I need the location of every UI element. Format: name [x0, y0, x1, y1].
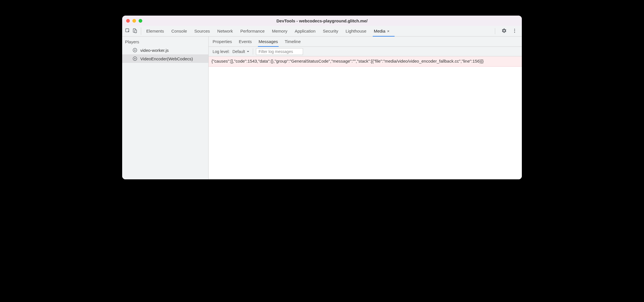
log-level-select[interactable]: Default	[232, 48, 253, 55]
play-icon	[132, 56, 137, 61]
close-tab-icon[interactable]: ×	[387, 29, 390, 33]
subtab-properties[interactable]: Properties	[213, 37, 232, 46]
filter-row: Log level: Default	[209, 47, 522, 56]
tab-lighthouse[interactable]: Lighthouse	[346, 26, 366, 36]
close-window-button[interactable]	[126, 19, 130, 23]
window-controls	[122, 19, 142, 23]
more-menu-icon[interactable]	[512, 28, 517, 34]
player-label: VideoEncoder(WebCodecs)	[140, 56, 193, 61]
players-heading: Players	[122, 37, 208, 46]
device-toolbar-icon[interactable]	[132, 28, 137, 34]
window-title: DevTools - webcodecs-playground.glitch.m…	[122, 18, 522, 23]
svg-point-5	[514, 32, 515, 33]
toolbar-right	[495, 27, 522, 35]
tab-sources[interactable]: Sources	[194, 26, 210, 36]
log-level-label: Log level:	[213, 49, 230, 54]
players-sidebar: Players video-worker.jsVideoEncoder(WebC…	[122, 37, 209, 179]
settings-icon[interactable]	[501, 28, 507, 34]
player-item[interactable]: VideoEncoder(WebCodecs)	[122, 54, 208, 63]
log-level-value: Default	[232, 49, 245, 54]
tab-elements[interactable]: Elements	[146, 26, 164, 36]
players-list: video-worker.jsVideoEncoder(WebCodecs)	[122, 46, 208, 63]
player-item[interactable]: video-worker.js	[122, 46, 208, 54]
tab-performance[interactable]: Performance	[240, 26, 265, 36]
play-icon	[132, 48, 137, 53]
tab-network[interactable]: Network	[217, 26, 233, 36]
filter-input[interactable]	[256, 48, 303, 55]
svg-point-4	[514, 30, 515, 31]
subtab-events[interactable]: Events	[239, 37, 252, 46]
messages-list: {"causes":[],"code":1543,"data":{},"grou…	[209, 56, 522, 179]
tab-application[interactable]: Application	[295, 26, 315, 36]
svg-rect-2	[135, 30, 137, 33]
tab-security[interactable]: Security	[323, 26, 338, 36]
svg-point-3	[514, 29, 515, 29]
tab-media[interactable]: Media×	[374, 26, 390, 36]
tab-console[interactable]: Console	[171, 26, 187, 36]
subtab-messages[interactable]: Messages	[259, 37, 278, 46]
maximize-window-button[interactable]	[139, 19, 142, 23]
chevron-down-icon	[247, 49, 249, 54]
media-panel: PropertiesEventsMessagesTimeline Log lev…	[209, 37, 522, 179]
devtools-window: DevTools - webcodecs-playground.glitch.m…	[122, 16, 522, 179]
toolbar-left	[125, 27, 141, 35]
media-sub-tabs: PropertiesEventsMessagesTimeline	[209, 37, 522, 47]
main-tabs: ElementsConsoleSourcesNetworkPerformance…	[146, 26, 389, 36]
body: Players video-worker.jsVideoEncoder(WebC…	[122, 37, 522, 179]
divider	[495, 28, 495, 34]
log-message[interactable]: {"causes":[],"code":1543,"data":{},"grou…	[209, 56, 522, 67]
main-tab-bar: ElementsConsoleSourcesNetworkPerformance…	[122, 26, 522, 37]
inspect-element-icon[interactable]	[125, 28, 130, 34]
tab-memory[interactable]: Memory	[272, 26, 287, 36]
window-titlebar: DevTools - webcodecs-playground.glitch.m…	[122, 16, 522, 26]
subtab-timeline[interactable]: Timeline	[285, 37, 301, 46]
minimize-window-button[interactable]	[132, 19, 136, 23]
player-label: video-worker.js	[140, 48, 169, 53]
